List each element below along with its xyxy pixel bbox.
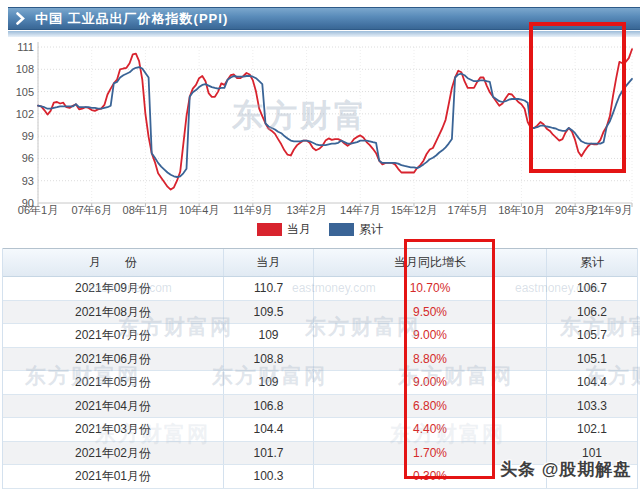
legend-item-cumulative[interactable]: 累计 [329,221,383,238]
table-cell-month: 2021年09月份 [3,277,224,300]
table-cell-cumulative: 105.7 [547,324,637,347]
ppi-data-table: 月 份当月当月同比增长累计2021年09月份110.710.70%106.720… [2,248,638,489]
table-cell-month: 2021年08月份 [3,301,224,324]
y-axis-label: 93 [22,175,34,187]
x-axis-label: 10年4月 [179,204,219,216]
y-axis-label: 96 [22,152,34,164]
table-cell-month: 2021年02月份 [3,442,224,465]
ppi-page: 中国 工业品出厂价格指数(PPI) 06年1月07年6月08年11月10年4月1… [0,0,640,490]
y-axis-label: 90 [22,197,34,209]
table-row: 2021年08月份109.59.50%106.2 [3,301,637,325]
legend-swatch-icon [329,223,354,236]
x-axis-label: 11年9月 [233,204,273,216]
x-axis-label: 13年2月 [286,204,326,216]
table-cell-monthly-value: 110.7 [224,277,314,300]
table-cell-monthly-value: 109 [224,324,314,347]
y-axis-label: 111 [17,41,34,53]
x-axis-label: 14年7月 [340,204,380,216]
table-cell-monthly-value: 104.4 [224,418,314,441]
y-axis-label: 105 [16,86,34,98]
table-cell-cumulative: 106.7 [547,277,637,300]
y-axis-label: 108 [16,63,34,75]
y-axis-label: 102 [16,108,34,120]
table-row: 2021年03月份104.44.40%102.1 [3,418,637,442]
x-axis-label: 18年10月 [498,204,544,216]
table-cell-cumulative: 105.1 [547,348,637,371]
byline-watermark: 头条 @股期解盘 [500,458,631,481]
table-header-cell: 月 份 [3,249,224,276]
legend-label: 当月 [287,221,311,238]
y-axis-label: 99 [22,130,34,142]
highlight-box-chart [529,22,626,173]
table-row: 2021年06月份108.88.80%105.1 [3,348,637,372]
page-title: 中国 工业品出厂价格指数(PPI) [35,10,228,28]
x-axis-label: 08年11月 [123,204,169,216]
x-axis-label: 20年3月 [555,204,595,216]
table-cell-monthly-value: 101.7 [224,442,314,465]
x-axis-label: 17年5月 [448,204,488,216]
table-row: 2021年05月份1099.00%104.4 [3,371,637,395]
table-cell-month: 2021年05月份 [3,371,224,394]
table-cell-monthly-value: 100.3 [224,465,314,488]
chevron-right-icon [16,12,25,25]
table-cell-month: 2021年01月份 [3,465,224,488]
table-cell-monthly-value: 109.5 [224,301,314,324]
table-cell-cumulative: 106.2 [547,301,637,324]
table-cell-cumulative: 103.3 [547,395,637,418]
x-axis-label: 15年12月 [391,204,437,216]
table-cell-cumulative: 102.1 [547,418,637,441]
table-header-cell: 累计 [547,249,637,276]
chart-legend: 当月累计 [0,221,640,237]
legend-item-monthly[interactable]: 当月 [257,221,311,238]
table-cell-monthly-value: 106.8 [224,395,314,418]
table-cell-month: 2021年07月份 [3,324,224,347]
legend-swatch-icon [257,223,282,236]
highlight-box-table [404,239,495,479]
table-cell-cumulative: 104.4 [547,371,637,394]
table-cell-month: 2021年06月份 [3,348,224,371]
legend-label: 累计 [359,221,383,238]
x-axis-label: 07年6月 [72,204,112,216]
table-row: 2021年04月份106.86.80%103.3 [3,395,637,419]
x-axis-label: 21年9月 [592,204,632,216]
table-header-cell: 当月 [224,249,314,276]
table-cell-month: 2021年03月份 [3,418,224,441]
table-cell-monthly-value: 108.8 [224,348,314,371]
table-row: 2021年07月份1099.00%105.7 [3,324,637,348]
table-row: 2021年09月份110.710.70%106.7 [3,277,637,301]
table-cell-month: 2021年04月份 [3,395,224,418]
table-cell-monthly-value: 109 [224,371,314,394]
table-header-row: 月 份当月当月同比增长累计 [3,248,637,277]
